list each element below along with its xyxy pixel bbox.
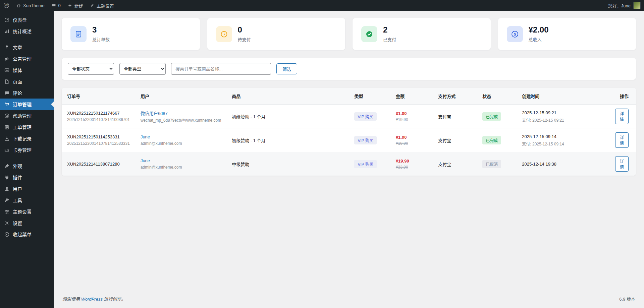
product-name: 初级赞助 - 1 个月	[226, 105, 349, 128]
created-at: 2025-12-14 19:38	[522, 162, 604, 167]
sidebar-item-tickets[interactable]: 工单管理	[0, 121, 54, 133]
theme-settings-menu[interactable]: 主题设置	[87, 0, 117, 11]
sidebar-item-label: 收起菜单	[13, 231, 32, 238]
wordpress-link[interactable]: WordPress	[81, 297, 103, 302]
header-action: 操作	[610, 88, 636, 105]
sidebar-item-label: 工具	[13, 197, 22, 203]
sidebar-item-coupons[interactable]: 卡券管理	[0, 144, 54, 156]
sidebar-separator	[0, 37, 54, 42]
sidebar-item-announcements[interactable]: 公告管理	[0, 53, 54, 64]
sidebar-item-label: 插件	[13, 174, 22, 181]
admin-bar: W XunTheme 0 新建 主题设置 您好，June	[0, 0, 644, 11]
user-avatar	[633, 2, 641, 9]
sidebar-item-posts[interactable]: 文章	[0, 42, 54, 53]
sidebar-item-collapse-menu[interactable]: 收起菜单	[0, 229, 54, 240]
sidebar-item-label: 外观	[13, 163, 22, 169]
header-status: 状态	[477, 88, 517, 105]
sidebar-item-label: 仪表盘	[13, 16, 27, 23]
sidebar-item-help[interactable]: 帮助管理	[0, 110, 54, 121]
order-number: XUN202512141138071280	[67, 162, 130, 167]
site-name: XunTheme	[23, 3, 45, 8]
sidebar-item-plugins[interactable]: 插件	[0, 172, 54, 183]
sidebar-item-orders[interactable]: 订单管理	[0, 99, 54, 110]
sidebar-item-downloads[interactable]: 下载记录	[0, 133, 54, 144]
order-type-badge: VIP 购买	[354, 160, 376, 168]
pencil-icon	[90, 3, 95, 8]
plug-icon	[4, 175, 10, 180]
header-created: 创建时间	[517, 88, 610, 105]
table-row: XUN202512141138071280 June admin@xunthem…	[62, 152, 636, 176]
user-email: admin@xuntheme.com	[141, 165, 221, 170]
filter-button[interactable]: 筛选	[276, 63, 297, 74]
comment-bubble-icon	[51, 3, 56, 8]
lifering-icon	[4, 113, 10, 119]
stat-value: 0	[238, 25, 251, 34]
status-filter-select[interactable]: 全部状态	[68, 63, 114, 75]
table-row: XUN202512150121174667 202512152200141078…	[62, 105, 636, 128]
brush-icon	[4, 163, 10, 169]
sidebar-item-pages[interactable]: 页面	[0, 76, 54, 87]
created-at: 2025-12-15 09:14	[522, 134, 604, 139]
receipt-icon	[70, 26, 87, 42]
stat-label: 总订单数	[92, 36, 110, 43]
sidebar-item-comments[interactable]: 评论	[0, 87, 54, 99]
type-filter-select[interactable]: 全部类型	[119, 63, 166, 75]
pushpin-icon	[4, 45, 10, 50]
check-circle-icon	[361, 26, 377, 42]
collapse-arrow-icon	[4, 232, 10, 237]
sidebar-item-dashboard[interactable]: 仪表盘	[0, 14, 54, 25]
main-content: 3 总订单数 0 待支付	[54, 11, 644, 308]
sidebar-item-label: 文章	[13, 44, 22, 51]
user-icon	[4, 186, 10, 192]
sidebar-item-label: 订单管理	[13, 101, 32, 108]
sidebar-item-label: 用户	[13, 185, 22, 192]
user-link[interactable]: June	[141, 158, 150, 163]
detail-button[interactable]: 详情	[615, 156, 629, 172]
comments-menu[interactable]: 0	[48, 0, 64, 11]
plus-icon	[67, 3, 72, 8]
admin-bar-account[interactable]: 您好，June	[608, 2, 644, 9]
sidebar-item-stats[interactable]: 统计概述	[0, 25, 54, 37]
sidebar-item-tools[interactable]: 工具	[0, 194, 54, 206]
sidebar-item-theme-settings[interactable]: 主题设置	[0, 206, 54, 217]
payment-method: 支付宝	[433, 105, 477, 128]
sidebar-item-label: 媒体	[13, 67, 22, 73]
footer-thanks: 感谢使用 WordPress 进行创作。	[62, 296, 126, 302]
sidebar-item-label: 主题设置	[13, 208, 32, 215]
product-name: 初级赞助 - 1 个月	[226, 128, 349, 152]
detail-button[interactable]: 详情	[615, 109, 629, 124]
sidebar-item-users[interactable]: 用户	[0, 183, 54, 194]
sidebar-item-appearance[interactable]: 外观	[0, 160, 54, 172]
site-name-menu[interactable]: XunTheme	[13, 0, 48, 11]
clock-icon	[216, 26, 232, 42]
stat-value: 3	[92, 25, 110, 34]
clipboard-icon	[4, 124, 10, 130]
download-icon	[4, 136, 10, 141]
search-input[interactable]	[171, 63, 271, 75]
detail-button[interactable]: 详情	[615, 132, 629, 148]
order-number: XUN202512150121174667	[67, 111, 130, 116]
dollar-circle-icon: $	[507, 26, 523, 42]
user-link[interactable]: June	[141, 134, 150, 139]
sidebar-item-label: 帮助管理	[13, 112, 32, 119]
stat-label: 已支付	[383, 36, 396, 43]
status-badge: 已完成	[482, 112, 501, 121]
user-link[interactable]: 微信用户6d87	[141, 111, 168, 116]
admin-footer: 感谢使用 WordPress 进行创作。 6.9 版本	[54, 291, 644, 308]
orders-table: 订单号 用户 商品 类型 金额 支付方式 状态 创建时间 操作	[62, 88, 636, 176]
page-icon	[4, 79, 10, 84]
sidebar-item-settings[interactable]: 设置	[0, 217, 54, 229]
order-amount: ¥19.90	[396, 159, 427, 164]
header-user: 用户	[135, 88, 226, 105]
product-name: 中级赞助	[226, 152, 349, 176]
wordpress-logo-menu[interactable]: W	[0, 0, 13, 11]
sidebar-item-label: 统计概述	[13, 28, 32, 35]
home-icon	[16, 3, 21, 8]
table-row: XUN202512150114253331 202512152300141078…	[62, 128, 636, 152]
sidebar-item-label: 页面	[13, 78, 22, 85]
order-amount: ¥1.00	[396, 135, 427, 140]
comments-count: 0	[58, 3, 61, 8]
version-text: 6.9 版本	[619, 296, 635, 302]
sidebar-item-media[interactable]: 媒体	[0, 64, 54, 76]
new-content-menu[interactable]: 新建	[64, 0, 87, 11]
